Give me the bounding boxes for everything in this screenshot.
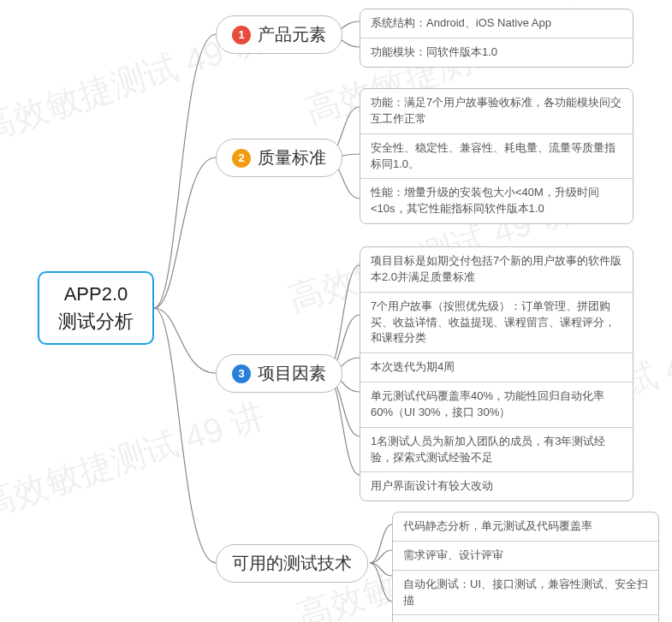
priority-badge-2: 2 [232,149,251,168]
leaf-group-project: 项目目标是如期交付包括7个新的用户故事的软件版本2.0并满足质量标准 7个用户故… [360,246,633,501]
priority-badge-1: 1 [232,26,251,44]
root-line1: APP2.0 [64,281,128,308]
branch-label: 项目因素 [258,362,326,385]
leaf-group-quality: 功能：满足7个用户故事验收标准，各功能模块间交互工作正常 安全性、稳定性、兼容性… [360,88,633,224]
branch-test-techniques[interactable]: 可用的测试技术 [216,544,368,583]
branch-label: 可用的测试技术 [232,552,352,575]
leaf-item[interactable]: 功能：满足7个用户故事验收标准，各功能模块间交互工作正常 [360,89,633,134]
branch-product-elements[interactable]: 1 产品元素 [216,15,342,54]
leaf-item[interactable]: 1名测试人员为新加入团队的成员，有3年测试经验，探索式测试经验不足 [360,428,633,473]
branch-label: 产品元素 [258,23,326,46]
leaf-item[interactable]: 安全性、稳定性、兼容性、耗电量、流量等质量指标同1.0。 [360,134,633,180]
priority-badge-3: 3 [232,364,251,383]
leaf-item[interactable]: 持续集成环境 [393,615,658,622]
leaf-item[interactable]: 需求评审、设计评审 [393,542,658,571]
leaf-group-product: 系统结构：Android、iOS Native App 功能模块：同软件版本1.… [360,9,633,68]
root-line2: 测试分析 [58,308,134,335]
leaf-item[interactable]: 自动化测试：UI、接口测试，兼容性测试、安全扫描 [393,571,658,616]
branch-label: 质量标准 [258,146,326,169]
leaf-item[interactable]: 本次迭代为期4周 [360,353,633,382]
leaf-item[interactable]: 单元测试代码覆盖率40%，功能性回归自动化率 60%（UI 30%，接口 30%… [360,382,633,428]
root-node[interactable]: APP2.0 测试分析 [38,271,154,345]
leaf-item[interactable]: 用户界面设计有较大改动 [360,472,633,501]
watermark: 高效敏捷测试 49 讲 [0,392,271,528]
leaf-group-techniques: 代码静态分析，单元测试及代码覆盖率 需求评审、设计评审 自动化测试：UI、接口测… [392,512,659,622]
leaf-item[interactable]: 性能：增量升级的安装包大小<40M，升级时间<10s，其它性能指标同软件版本1.… [360,179,633,223]
leaf-item[interactable]: 代码静态分析，单元测试及代码覆盖率 [393,512,658,542]
branch-project-factors[interactable]: 3 项目因素 [216,354,342,393]
leaf-item[interactable]: 7个用户故事（按照优先级）：订单管理、拼团购买、收益详情、收益提现、课程留言、课… [360,293,633,354]
leaf-item[interactable]: 项目目标是如期交付包括7个新的用户故事的软件版本2.0并满足质量标准 [360,247,633,293]
branch-quality-standards[interactable]: 2 质量标准 [216,139,342,177]
leaf-item[interactable]: 功能模块：同软件版本1.0 [360,39,633,67]
leaf-item[interactable]: 系统结构：Android、iOS Native App [360,9,633,39]
